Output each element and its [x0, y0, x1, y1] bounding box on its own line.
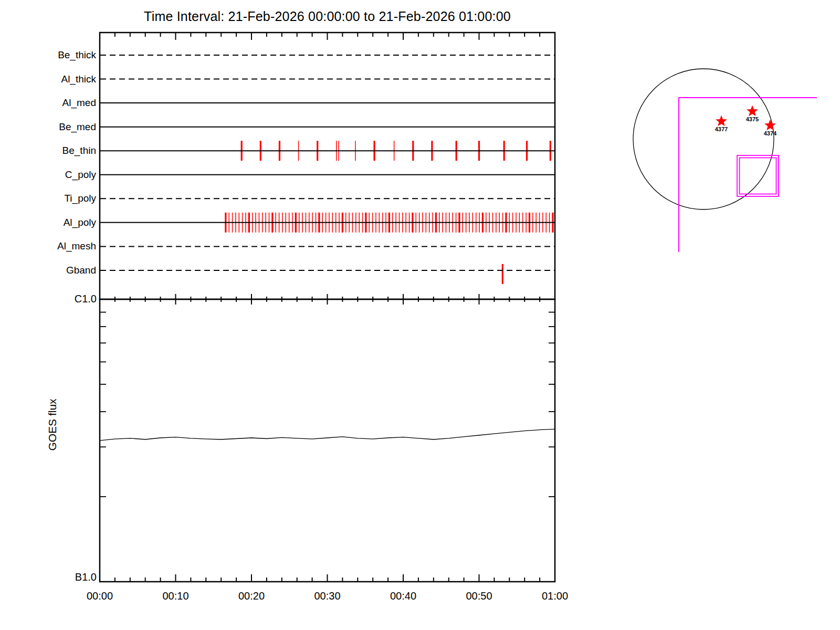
filter-label-ti_poly: Ti_poly	[0, 192, 96, 205]
active-region-star-4375	[747, 106, 758, 117]
x-axis-label-0050: 00:50	[454, 590, 505, 602]
filter-label-al_thick: Al_thick	[0, 73, 96, 86]
solar-limb-circle	[633, 69, 774, 209]
fov-target-box-inner	[740, 158, 776, 194]
x-axis-label-0100: 01:00	[530, 590, 580, 602]
goes-y-top-label: C1.0	[0, 293, 97, 305]
filter-label-be_thin: Be_thin	[0, 144, 96, 157]
filter-label-c_poly: C_poly	[0, 169, 96, 181]
sun-map: 437743754374	[633, 69, 817, 252]
active-region-label-4375: 4375	[746, 116, 759, 122]
goes-flux-curve	[100, 429, 555, 440]
xrt-panel-frame	[100, 33, 555, 299]
fov-target-box-outer	[737, 155, 779, 196]
filter-label-be_med: Be_med	[0, 121, 96, 133]
plot-canvas: 437743754374	[0, 0, 840, 630]
filter-label-al_mesh: Al_mesh	[0, 240, 96, 253]
x-axis-label-0000: 00:00	[75, 590, 125, 602]
goes-y-bottom-label: B1.0	[0, 571, 97, 583]
x-axis-label-0020: 00:20	[226, 590, 277, 602]
active-region-star-4374	[764, 120, 776, 131]
filter-label-be_thick: Be_thick	[0, 49, 96, 61]
x-axis-label-0010: 00:10	[151, 590, 201, 602]
active-region-label-4377: 4377	[715, 126, 728, 132]
goes-panel	[100, 299, 555, 582]
plot-root: 437743754374 Time Interval: 21-Feb-2026 …	[0, 0, 840, 630]
active-region-label-4374: 4374	[764, 130, 777, 136]
goes-panel-frame	[100, 299, 555, 582]
filter-label-gband: Gband	[0, 264, 96, 277]
xrt-timeline-panel	[100, 33, 555, 304]
filter-label-al_med: Al_med	[0, 97, 96, 109]
goes-axis-title: GOES flux	[46, 380, 59, 469]
x-axis-label-0040: 00:40	[378, 590, 428, 602]
active-region-star-4377	[716, 116, 727, 127]
filter-label-al_poly: Al_poly	[0, 216, 96, 229]
plot-title: Time Interval: 21-Feb-2026 00:00:00 to 2…	[100, 9, 555, 24]
x-axis-label-0030: 00:30	[302, 590, 353, 602]
